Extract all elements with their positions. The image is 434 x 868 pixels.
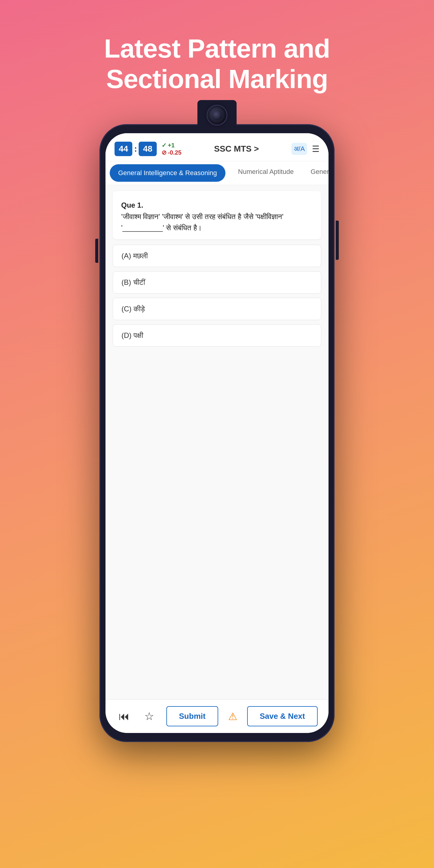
phone-shell: 44 : 48 ✓ +1 ⊘ -0.25 SSC MTS > अ/A [99,124,335,742]
side-button-left [95,239,98,263]
camera-lens [207,104,227,126]
score-negative: ⊘ -0.25 [161,149,182,156]
phone-mockup: 44 : 48 ✓ +1 ⊘ -0.25 SSC MTS > अ/A [99,124,335,787]
question-body: 'जीवाश्म विज्ञान' 'जीवाश्म' से उसी तरह स… [121,213,284,232]
timer-block: 44 : 48 [115,142,157,156]
option-b-text: चीटीं [133,278,145,286]
back-to-start-button[interactable]: ⏮ [116,708,132,725]
translate-icon[interactable]: अ/A [291,143,307,155]
app-header: 44 : 48 ✓ +1 ⊘ -0.25 SSC MTS > अ/A [105,133,329,161]
check-icon: ✓ [161,142,167,149]
header-icons: अ/A ☰ [291,143,319,155]
option-a-text: मछली [133,252,148,260]
phone-screen: 44 : 48 ✓ +1 ⊘ -0.25 SSC MTS > अ/A [105,133,329,733]
timer-minutes: 48 [138,142,156,156]
hero-heading: Latest Pattern and Sectional Marking [104,33,330,94]
score-positive: ✓ +1 [161,142,182,149]
timer-colon: : [132,144,138,154]
no-entry-icon: ⊘ [161,149,167,156]
save-next-button[interactable]: Save & Next [247,706,318,726]
tab-general-awareness[interactable]: General Awareness [302,161,329,185]
option-a[interactable]: (A) मछली [113,245,321,267]
question-card: Que 1. 'जीवाश्म विज्ञान' 'जीवाश्म' से उस… [113,191,321,239]
option-b-label: (B) [121,278,131,286]
question-text: Que 1. 'जीवाश्म विज्ञान' 'जीवाश्म' से उस… [121,199,313,233]
option-b[interactable]: (B) चीटीं [113,271,321,293]
option-c-label: (C) [121,305,131,313]
side-button-right [336,221,339,260]
timer-hours: 44 [115,142,132,156]
option-d-text: पक्षी [133,331,143,339]
submit-button[interactable]: Submit [166,706,218,726]
scoring-info: ✓ +1 ⊘ -0.25 [161,142,182,156]
option-c[interactable]: (C) कीड़े [113,298,321,320]
option-c-text: कीड़े [133,305,145,313]
menu-icon[interactable]: ☰ [312,144,319,154]
hero-line2: Sectional Marking [106,64,328,94]
camera-module [197,100,237,130]
option-a-label: (A) [121,252,131,260]
bottom-bar: ⏮ ☆ Submit ⚠ Save & Next [105,699,329,733]
option-d[interactable]: (D) पक्षी [113,324,321,347]
question-area: Que 1. 'जीवाश्म विज्ञान' 'जीवाश्म' से उस… [105,185,329,699]
hero-line1: Latest Pattern and [104,33,330,63]
exam-title: SSC MTS > [181,144,291,154]
tab-numerical-aptitude[interactable]: Numerical Aptitude [230,161,302,185]
bookmark-button[interactable]: ☆ [142,708,156,725]
tabs-bar: General Intelligence & Reasoning Numeric… [105,161,329,185]
option-d-label: (D) [121,331,131,339]
question-number: Que 1. [121,201,143,209]
warning-icon: ⚠ [228,710,237,722]
tab-general-intelligence[interactable]: General Intelligence & Reasoning [110,164,225,182]
